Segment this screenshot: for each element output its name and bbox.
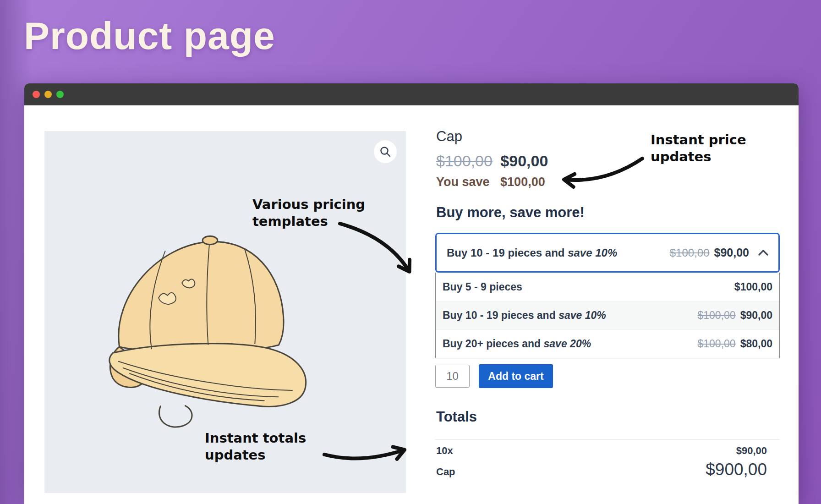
option-price: $100,00	[734, 281, 772, 293]
page-title: Product page	[24, 14, 275, 58]
selected-price: $90,00	[714, 246, 749, 259]
totals-row-label: Cap	[436, 466, 455, 478]
totals-row-label: 10x	[436, 445, 453, 457]
totals-row: 10x $90,00	[436, 445, 767, 457]
stage: { "page": { "title": "Product page" }, "…	[0, 0, 821, 504]
totals-row: Cap $900,00	[436, 460, 767, 479]
annotation-various-pricing: Various pricing templates	[252, 196, 374, 230]
option-old-price: $100,00	[698, 338, 736, 350]
section-heading: Buy more, save more!	[436, 204, 585, 221]
traffic-light-close[interactable]	[33, 91, 40, 98]
quantity-input[interactable]	[435, 365, 470, 388]
magnifier-icon	[379, 146, 391, 158]
option-price: $90,00	[740, 309, 772, 322]
you-save-line: You save $100,00	[436, 175, 545, 189]
annotation-instant-price: Instant price updates	[651, 131, 765, 165]
totals-grand-value: $900,00	[706, 460, 767, 479]
option-price: $80,00	[740, 338, 772, 350]
totals-row-value: $90,00	[736, 445, 767, 457]
selected-old-price: $100,00	[670, 247, 710, 259]
traffic-light-maximize[interactable]	[56, 91, 64, 98]
pricing-option-1[interactable]: Buy 5 - 9 pieces $100,00	[436, 273, 779, 301]
pricing-options-panel: Buy 5 - 9 pieces $100,00 Buy 10 - 19 pie…	[435, 273, 780, 358]
current-price: $90,00	[500, 152, 548, 170]
totals-heading: Totals	[436, 409, 477, 425]
old-price: $100,00	[436, 152, 493, 170]
browser-titlebar	[24, 83, 799, 105]
you-save-amount: $100,00	[500, 175, 545, 189]
pricing-dropdown[interactable]: Buy 10 - 19 pieces and save 10% $100,00 …	[435, 233, 780, 273]
option-label: Buy 20+ pieces and save 20%	[443, 338, 591, 350]
you-save-label: You save	[436, 175, 490, 189]
pricing-option-2[interactable]: Buy 10 - 19 pieces and save 10% $100,00 …	[436, 301, 779, 329]
zoom-button[interactable]	[374, 140, 397, 163]
totals-divider	[435, 439, 780, 440]
annotation-instant-totals: Instant totals updates	[205, 430, 312, 464]
option-label: Buy 5 - 9 pieces	[443, 281, 522, 293]
selected-option-label: Buy 10 - 19 pieces and save 10%	[447, 247, 617, 259]
add-to-cart-button[interactable]: Add to cart	[479, 364, 553, 388]
traffic-light-minimize[interactable]	[44, 91, 52, 98]
price-line: $100,00 $90,00	[436, 152, 548, 170]
option-old-price: $100,00	[698, 309, 736, 322]
pricing-option-3[interactable]: Buy 20+ pieces and save 20% $100,00 $80,…	[436, 329, 779, 358]
option-label: Buy 10 - 19 pieces and save 10%	[443, 309, 606, 322]
chevron-up-icon	[758, 250, 768, 256]
product-title: Cap	[436, 128, 462, 145]
cap-illustration	[90, 204, 310, 438]
